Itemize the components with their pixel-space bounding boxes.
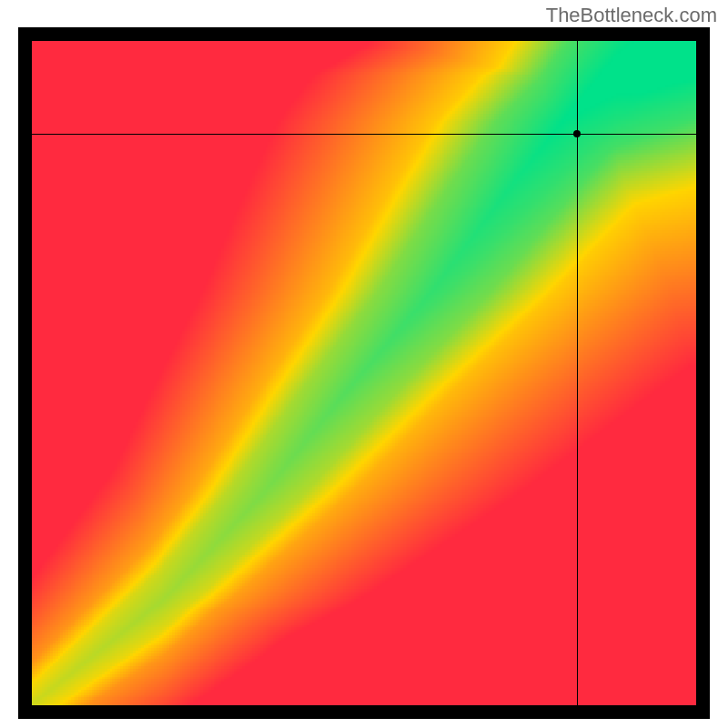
chart-frame [18,27,710,719]
crosshair-horizontal [32,134,696,135]
marker-dot [573,130,581,137]
watermark-text: TheBottleneck.com [546,4,717,27]
bottleneck-heatmap [32,41,696,705]
crosshair-vertical [577,41,578,705]
